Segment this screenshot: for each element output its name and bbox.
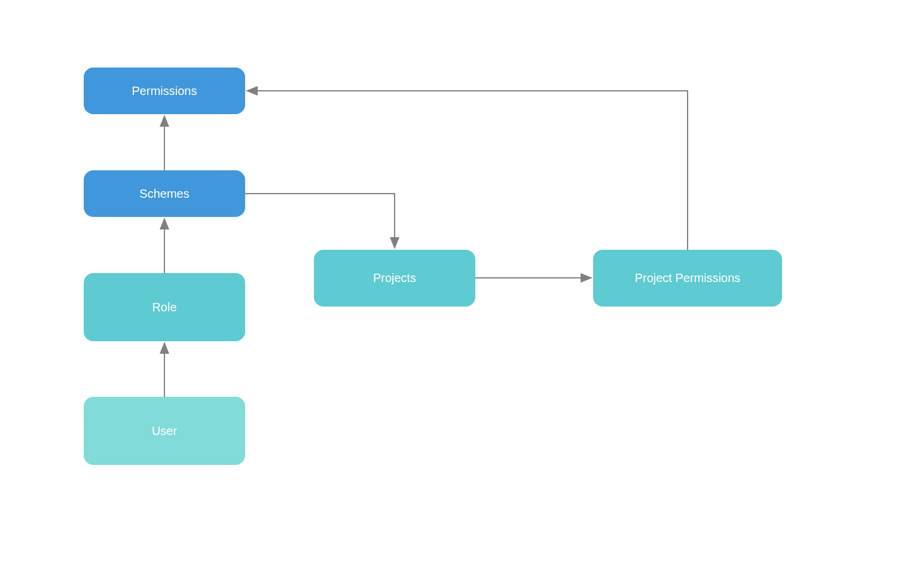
node-label: Role (152, 301, 176, 314)
node-label: User (152, 424, 177, 438)
node-permissions: Permissions (84, 68, 245, 114)
node-label: Schemes (139, 187, 189, 201)
node-label: Project Permissions (635, 271, 741, 285)
node-label: Projects (373, 271, 416, 285)
node-role: Role (84, 273, 245, 341)
node-project-permissions: Project Permissions (593, 250, 782, 307)
node-user: User (84, 397, 245, 465)
diagram-canvas: Permissions Schemes Role User Projects P… (0, 0, 910, 588)
arrow-schemes-to-projects (245, 194, 395, 248)
node-schemes: Schemes (84, 170, 245, 217)
arrow-project-permissions-to-permissions (247, 91, 688, 250)
node-projects: Projects (314, 250, 475, 307)
node-label: Permissions (132, 84, 197, 98)
